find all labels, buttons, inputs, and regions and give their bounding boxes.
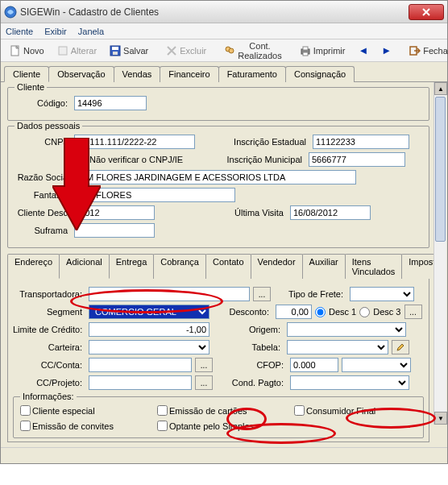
transportadora-input[interactable] (89, 287, 250, 301)
arrow-left-icon: ◄ (358, 44, 368, 56)
salvar-button[interactable]: Salvar (104, 43, 154, 59)
ccprojeto-input[interactable] (89, 375, 192, 390)
delete-icon (166, 45, 177, 56)
fechar-button[interactable]: Fechar (404, 43, 448, 59)
nao-verificar-label: Não verificar o CNPJ/IE (89, 155, 207, 164)
limite-input[interactable] (89, 322, 209, 337)
itab-endereco[interactable]: Endereço (7, 254, 60, 279)
tipo-frete-label: Tipo de Frete: (274, 289, 346, 299)
tipo-frete-select[interactable] (350, 287, 414, 301)
itab-vendedor[interactable]: Vendedor (251, 254, 303, 279)
desconto-label: Desconto: (216, 307, 272, 317)
im-label: Inscrição Municipal (210, 155, 305, 164)
consumidor-final-label: Consumidor Final (306, 406, 375, 416)
emissao-convites-checkbox[interactable] (20, 421, 31, 431)
group-dados-pessoais: Dados pessoais CNPJ Inscrição Estadual N… (7, 126, 429, 248)
ccconta-input[interactable] (89, 358, 192, 372)
cliente-especial-checkbox[interactable] (20, 405, 31, 416)
novo-button[interactable]: Novo (4, 43, 50, 59)
excluir-button[interactable]: Excluir (160, 43, 212, 59)
app-icon (4, 6, 17, 19)
carteira-select[interactable] (89, 340, 209, 354)
tabela-edit-button[interactable] (392, 340, 409, 354)
cfop-input[interactable] (290, 358, 338, 372)
scroll-down-button[interactable]: ▼ (434, 412, 447, 425)
tabela-select[interactable] (287, 340, 388, 354)
consumidor-final-checkbox[interactable] (294, 405, 305, 416)
scroll-up-button[interactable]: ▲ (434, 82, 447, 95)
itab-entrega[interactable]: Entrega (109, 254, 155, 279)
statusbar (1, 447, 447, 463)
desconto-lookup-button[interactable]: ... (404, 305, 422, 319)
ultima-input[interactable] (290, 205, 371, 220)
tab-observacao[interactable]: Observação (48, 66, 114, 82)
transportadora-lookup-button[interactable]: ... (253, 287, 271, 301)
cnpj-label: CNPJ (15, 137, 71, 147)
group-cliente: Cliente Código: (7, 87, 429, 121)
nav-prev-button[interactable]: ◄ (352, 42, 374, 59)
ccprojeto-lookup-button[interactable]: ... (195, 375, 213, 390)
vertical-scrollbar[interactable]: ▲ ▼ (433, 82, 446, 425)
ccconta-lookup-button[interactable]: ... (195, 358, 213, 372)
toolbar: Novo Alterar Salvar Excluir Cont. Realiz… (1, 39, 447, 62)
ccconta-label: CC/Conta: (13, 360, 85, 370)
close-button[interactable] (409, 4, 444, 20)
im-input[interactable] (309, 152, 405, 167)
svg-point-7 (229, 48, 234, 53)
ie-input[interactable] (313, 135, 409, 149)
tab-content-cliente: Cliente Código: Dados pessoais CNPJ Insc… (1, 82, 447, 447)
content-area: Cliente Código: Dados pessoais CNPJ Insc… (1, 82, 447, 447)
nao-verificar-checkbox[interactable] (74, 155, 85, 165)
emissao-cartoes-checkbox[interactable] (157, 405, 168, 416)
cont-realizados-button[interactable]: Cont. Realizados (218, 39, 287, 63)
titlebar: SIGEWin - Cadastro de Clientes (1, 1, 447, 23)
origem-select[interactable] (287, 322, 406, 337)
app-window: SIGEWin - Cadastro de Clientes Cliente E… (0, 0, 448, 464)
scroll-thumb[interactable] (435, 97, 446, 242)
desde-label: Cliente Desc (15, 208, 71, 218)
suframa-input[interactable] (74, 223, 155, 238)
pencil-icon (396, 342, 405, 352)
razao-input[interactable] (74, 170, 356, 184)
group-informacoes: Informações: Cliente especial Emissão de… (13, 396, 424, 438)
codigo-input[interactable] (74, 96, 147, 110)
itab-contato[interactable]: Contato (205, 254, 251, 279)
desc1-radio[interactable] (315, 307, 326, 317)
suframa-label: Suframa (15, 226, 71, 235)
desconto-input[interactable] (276, 305, 312, 319)
menu-exibir[interactable]: Exibir (44, 27, 67, 36)
alterar-button[interactable]: Alterar (52, 43, 102, 59)
group-info-legend: Informações: (20, 392, 77, 401)
itab-adicional[interactable]: Adicional (59, 254, 110, 279)
tab-cliente[interactable]: Cliente (4, 66, 49, 82)
itab-itens[interactable]: Itens Vinculados (345, 254, 403, 279)
condpagto-select[interactable] (290, 375, 409, 390)
tab-consignacao[interactable]: Consignação (285, 66, 355, 82)
desde-input[interactable] (74, 205, 155, 220)
tab-vendas[interactable]: Vendas (114, 66, 161, 82)
cnpj-input[interactable] (74, 135, 195, 149)
menu-janela[interactable]: Janela (78, 27, 104, 36)
cfop-select[interactable] (342, 358, 411, 372)
optante-simples-label: Optante pelo Simples (169, 421, 254, 431)
nav-next-button[interactable]: ► (375, 42, 397, 59)
itab-cobranca[interactable]: Cobrança (153, 254, 206, 279)
menu-cliente[interactable]: Cliente (6, 27, 33, 36)
itab-auxiliar[interactable]: Auxiliar (302, 254, 346, 279)
fantasia-label: Fantasia (15, 190, 71, 200)
main-tabstrip: Cliente Observação Vendas Financeiro Fat… (1, 62, 447, 82)
print-icon (300, 45, 311, 56)
exit-icon (409, 45, 421, 56)
fantasia-input[interactable] (74, 188, 235, 202)
cliente-especial-label: Cliente especial (32, 406, 95, 416)
segmento-select[interactable]: COMERCIO GERAL (89, 305, 209, 319)
imprimir-button[interactable]: Imprimir (294, 43, 351, 59)
tab-faturamento[interactable]: Faturamento (218, 66, 286, 82)
optante-simples-checkbox[interactable] (157, 421, 168, 431)
scroll-track[interactable] (434, 95, 446, 412)
origem-label: Origem: (213, 325, 284, 334)
tab-financeiro[interactable]: Financeiro (160, 66, 218, 82)
desc3-radio[interactable] (359, 307, 370, 317)
inner-tabstrip: Endereço Adicional Entrega Cobrança Cont… (7, 253, 429, 279)
ultima-label: Última Visita (182, 208, 287, 218)
